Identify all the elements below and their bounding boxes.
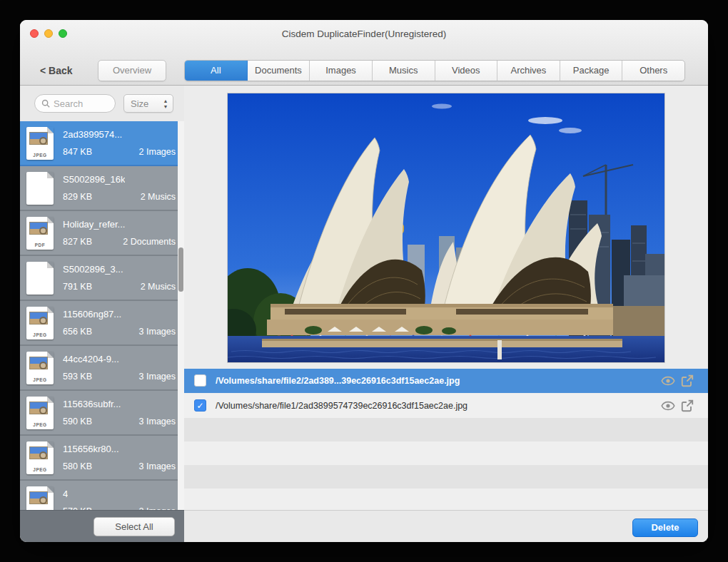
checkbox-unchecked[interactable] bbox=[194, 374, 206, 387]
file-name: 4 bbox=[63, 489, 68, 499]
empty-list-row bbox=[184, 489, 708, 510]
file-size: 580 KB bbox=[63, 461, 92, 471]
window-title: Cisdem DuplicateFinder(Unregistered) bbox=[20, 20, 708, 47]
sydney-opera-house-illustration bbox=[228, 93, 664, 362]
list-item[interactable]: S5002896_3... 791 KB 2 Musics bbox=[20, 256, 184, 301]
jpeg-file-icon: JPEG bbox=[26, 307, 54, 339]
list-item[interactable]: JPEG 115636subfr... 590 KB 3 Images bbox=[20, 391, 184, 436]
tab-others[interactable]: Others bbox=[622, 61, 684, 81]
empty-list-row bbox=[184, 418, 708, 441]
tab-archives[interactable]: Archives bbox=[497, 61, 560, 81]
jpeg-file-icon: JPEG bbox=[26, 486, 54, 510]
checkbox-checked[interactable]: ✓ bbox=[194, 399, 206, 412]
jpeg-file-icon: JPEG bbox=[26, 441, 54, 474]
file-name: 115606ng87... bbox=[63, 309, 121, 320]
file-name: 115656kr80... bbox=[63, 444, 119, 454]
preview-eye-icon[interactable] bbox=[661, 399, 675, 413]
tab-images[interactable]: Images bbox=[310, 61, 373, 81]
file-path: /Volumes/share/file2/2ad389...39ec26916c… bbox=[216, 369, 460, 393]
titlebar: Cisdem DuplicateFinder(Unregistered) bbox=[20, 20, 708, 47]
duplicate-row[interactable]: ✓ /Volumes/share/file1/2ad3899574739ec26… bbox=[184, 394, 708, 418]
empty-list-row bbox=[184, 441, 708, 465]
search-icon bbox=[41, 99, 50, 108]
dupe-count: 2 Musics bbox=[141, 192, 176, 202]
file-name: 2ad3899574... bbox=[63, 129, 122, 140]
sort-by-size-select[interactable]: Size ▲▼ bbox=[123, 94, 173, 113]
list-item[interactable]: S5002896_16k 829 KB 2 Musics bbox=[20, 166, 184, 211]
jpeg-file-icon: JPEG bbox=[26, 352, 54, 384]
main-footer: Delete bbox=[184, 510, 708, 542]
tab-videos[interactable]: Videos bbox=[435, 61, 498, 81]
tab-documents[interactable]: Documents bbox=[248, 61, 310, 81]
file-name: S5002896_16k bbox=[63, 174, 125, 185]
sidebar-scrollbar[interactable] bbox=[178, 121, 184, 510]
duplicate-row[interactable]: /Volumes/share/file2/2ad389...39ec26916c… bbox=[184, 369, 708, 393]
main-panel: /Volumes/share/file2/2ad389...39ec26916c… bbox=[184, 86, 708, 542]
dupe-count: 3 Images bbox=[139, 372, 176, 382]
dupe-count: 2 Documents bbox=[123, 237, 176, 247]
file-name: 115636subfr... bbox=[63, 399, 121, 409]
overview-button[interactable]: Overview bbox=[98, 60, 166, 81]
dupe-count: 2 Images bbox=[139, 147, 176, 157]
generic-file-icon bbox=[26, 262, 54, 295]
sidebar-filter-bar: Search Size ▲▼ bbox=[20, 86, 184, 121]
preview-eye-icon[interactable] bbox=[661, 374, 675, 388]
tab-package[interactable]: Package bbox=[560, 61, 623, 81]
file-size: 656 KB bbox=[63, 327, 92, 337]
tab-all[interactable]: All bbox=[185, 61, 248, 81]
list-item[interactable]: PDF Holiday_refer... 827 KB 2 Documents bbox=[20, 211, 184, 256]
generic-file-icon bbox=[26, 172, 54, 205]
scrollbar-thumb[interactable] bbox=[178, 247, 183, 292]
sidebar: Search Size ▲▼ JPEG 2ad3899574... 847 KB… bbox=[20, 86, 184, 542]
pdf-file-icon: PDF bbox=[26, 217, 54, 250]
file-path: /Volumes/share/file1/2ad3899574739ec2691… bbox=[216, 394, 467, 418]
back-button[interactable]: < Back bbox=[40, 60, 73, 81]
open-in-finder-icon[interactable] bbox=[680, 374, 694, 388]
dupe-count: 3 Images bbox=[139, 327, 176, 337]
delete-button[interactable]: Delete bbox=[632, 518, 698, 537]
sort-select-value: Size bbox=[124, 98, 161, 109]
search-input[interactable]: Search bbox=[34, 94, 116, 113]
list-item[interactable]: JPEG 44cc4204-9... 593 KB 3 Images bbox=[20, 346, 184, 391]
duplicate-group-list: JPEG 2ad3899574... 847 KB 2 Images S5002… bbox=[20, 121, 184, 510]
dupe-count: 2 Musics bbox=[141, 282, 176, 292]
dupe-count: 3 Images bbox=[139, 417, 176, 426]
window-header: Cisdem DuplicateFinder(Unregistered) < B… bbox=[20, 20, 708, 86]
jpeg-file-icon: JPEG bbox=[26, 127, 54, 160]
file-size: 847 KB bbox=[63, 147, 92, 157]
jpeg-file-icon: JPEG bbox=[26, 397, 54, 429]
tab-musics[interactable]: Musics bbox=[373, 61, 435, 81]
stepper-arrows-icon: ▲▼ bbox=[161, 98, 173, 109]
checkmark-icon: ✓ bbox=[196, 401, 203, 411]
open-in-finder-icon[interactable] bbox=[680, 399, 694, 413]
list-item[interactable]: JPEG 4 570 KB 2 Images bbox=[20, 481, 184, 510]
app-window: Cisdem DuplicateFinder(Unregistered) < B… bbox=[20, 20, 708, 542]
file-name: S5002896_3... bbox=[63, 264, 123, 275]
file-size: 827 KB bbox=[63, 237, 92, 247]
select-all-button[interactable]: Select All bbox=[93, 517, 175, 536]
file-size: 829 KB bbox=[63, 192, 92, 202]
file-size: 590 KB bbox=[63, 417, 92, 426]
search-placeholder: Search bbox=[54, 98, 83, 109]
preview-image bbox=[228, 93, 664, 362]
list-item[interactable]: JPEG 2ad3899574... 847 KB 2 Images bbox=[20, 121, 184, 166]
list-item[interactable]: JPEG 115606ng87... 656 KB 3 Images bbox=[20, 301, 184, 346]
sidebar-footer: Select All bbox=[20, 510, 184, 542]
file-name: 44cc4204-9... bbox=[63, 354, 119, 364]
file-size: 791 KB bbox=[63, 282, 92, 292]
dupe-count: 3 Images bbox=[139, 461, 176, 471]
file-size: 593 KB bbox=[63, 372, 92, 382]
category-tabs: All Documents Images Musics Videos Archi… bbox=[184, 60, 685, 81]
empty-list-row bbox=[184, 465, 708, 489]
list-item[interactable]: JPEG 115656kr80... 580 KB 3 Images bbox=[20, 436, 184, 481]
file-name: Holiday_refer... bbox=[63, 219, 125, 230]
